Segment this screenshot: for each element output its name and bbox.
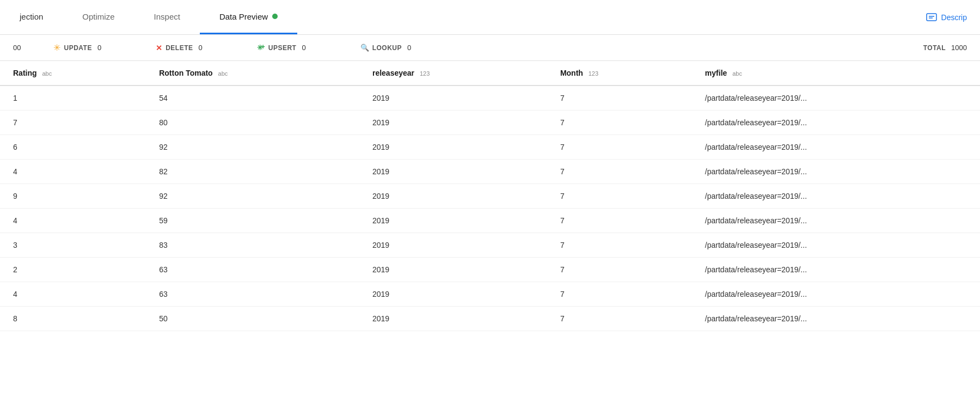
tab-inspect-label: Inspect	[154, 12, 180, 21]
stat-upsert: ✳+ UPSERT 0	[257, 43, 328, 53]
cell-rating: 2	[0, 258, 146, 282]
lookup-label: LOOKUP	[372, 44, 402, 52]
col-rotton-tomato-label: Rotton Tomato	[159, 69, 213, 77]
table-row: 99220197/partdata/releaseyear=2019/...	[0, 184, 980, 209]
upsert-icon: ✳+	[257, 43, 265, 53]
cell-month: 7	[547, 160, 692, 184]
upsert-value: 0	[302, 44, 305, 52]
tab-optimize-label: Optimize	[82, 12, 114, 21]
cell-rotton-tomato: 80	[146, 111, 359, 135]
cell-rotton-tomato: 59	[146, 209, 359, 233]
col-myfile-label: myfile	[705, 69, 727, 77]
cell-releaseyear: 2019	[359, 307, 547, 331]
col-rating-type: abc	[42, 70, 52, 77]
cell-releaseyear: 2019	[359, 86, 547, 111]
col-rating-label: Rating	[13, 69, 37, 77]
svg-rect-0	[927, 14, 936, 21]
chat-icon	[926, 13, 937, 22]
cell-releaseyear: 2019	[359, 233, 547, 258]
cell-myfile: /partdata/releaseyear=2019/...	[692, 184, 980, 209]
cell-myfile: /partdata/releaseyear=2019/...	[692, 233, 980, 258]
update-icon: ✳	[53, 42, 60, 53]
cell-month: 7	[547, 233, 692, 258]
update-label: UPDATE	[64, 44, 91, 52]
stat-update: ✳ UPDATE 0	[53, 42, 123, 53]
cell-releaseyear: 2019	[359, 209, 547, 233]
cell-releaseyear: 2019	[359, 282, 547, 307]
table-row: 38320197/partdata/releaseyear=2019/...	[0, 233, 980, 258]
cell-month: 7	[547, 258, 692, 282]
tab-projection-label: jection	[20, 12, 43, 21]
data-preview-dot	[272, 14, 278, 19]
col-rating: Rating abc	[0, 61, 146, 86]
cell-month: 7	[547, 184, 692, 209]
tab-projection[interactable]: jection	[0, 0, 63, 34]
cell-rotton-tomato: 92	[146, 135, 359, 160]
cell-releaseyear: 2019	[359, 135, 547, 160]
cell-myfile: /partdata/releaseyear=2019/...	[692, 209, 980, 233]
lookup-icon: 🔍	[360, 44, 369, 52]
tab-data-preview[interactable]: Data Preview	[200, 0, 297, 34]
upsert-label: UPSERT	[268, 44, 297, 52]
cell-myfile: /partdata/releaseyear=2019/...	[692, 307, 980, 331]
cell-rotton-tomato: 92	[146, 184, 359, 209]
col-month-type: 123	[589, 70, 598, 77]
count-prefix: 00	[13, 44, 42, 52]
cell-rating: 4	[0, 282, 146, 307]
top-nav: jection Optimize Inspect Data Preview De…	[0, 0, 980, 35]
tab-inspect[interactable]: Inspect	[134, 0, 200, 34]
cell-rotton-tomato: 54	[146, 86, 359, 111]
nav-right-section: Descrip	[926, 0, 980, 34]
count-value: 00	[13, 44, 21, 52]
table-row: 48220197/partdata/releaseyear=2019/...	[0, 160, 980, 184]
total-value: 1000	[951, 44, 967, 52]
table-row: 69220197/partdata/releaseyear=2019/...	[0, 135, 980, 160]
stat-lookup: 🔍 LOOKUP 0	[360, 44, 433, 52]
cell-rotton-tomato: 63	[146, 258, 359, 282]
cell-rotton-tomato: 83	[146, 233, 359, 258]
table-row: 85020197/partdata/releaseyear=2019/...	[0, 307, 980, 331]
cell-releaseyear: 2019	[359, 111, 547, 135]
description-link[interactable]: Descrip	[941, 13, 967, 22]
col-month-label: Month	[560, 69, 583, 77]
cell-rating: 8	[0, 307, 146, 331]
col-releaseyear-type: 123	[420, 70, 430, 77]
tab-optimize[interactable]: Optimize	[63, 0, 134, 34]
stat-total: TOTAL 1000	[923, 44, 967, 52]
update-value: 0	[97, 44, 101, 52]
data-table-container: Rating abc Rotton Tomato abc releaseyear…	[0, 61, 980, 331]
lookup-value: 0	[407, 44, 411, 52]
cell-releaseyear: 2019	[359, 184, 547, 209]
col-releaseyear: releaseyear 123	[359, 61, 547, 86]
cell-rating: 4	[0, 160, 146, 184]
stats-bar: 00 ✳ UPDATE 0 ✕ DELETE 0 ✳+ UPSERT 0 🔍 L…	[0, 35, 980, 61]
cell-myfile: /partdata/releaseyear=2019/...	[692, 135, 980, 160]
cell-myfile: /partdata/releaseyear=2019/...	[692, 258, 980, 282]
cell-rotton-tomato: 50	[146, 307, 359, 331]
tab-data-preview-label: Data Preview	[219, 12, 268, 21]
cell-month: 7	[547, 135, 692, 160]
table-row: 26320197/partdata/releaseyear=2019/...	[0, 258, 980, 282]
delete-value: 0	[199, 44, 203, 52]
table-row: 46320197/partdata/releaseyear=2019/...	[0, 282, 980, 307]
cell-rating: 3	[0, 233, 146, 258]
col-rotton-tomato: Rotton Tomato abc	[146, 61, 359, 86]
data-table: Rating abc Rotton Tomato abc releaseyear…	[0, 61, 980, 331]
table-header-row: Rating abc Rotton Tomato abc releaseyear…	[0, 61, 980, 86]
cell-releaseyear: 2019	[359, 258, 547, 282]
table-row: 78020197/partdata/releaseyear=2019/...	[0, 111, 980, 135]
col-month: Month 123	[547, 61, 692, 86]
cell-month: 7	[547, 111, 692, 135]
table-row: 15420197/partdata/releaseyear=2019/...	[0, 86, 980, 111]
cell-releaseyear: 2019	[359, 160, 547, 184]
cell-rotton-tomato: 63	[146, 282, 359, 307]
cell-month: 7	[547, 209, 692, 233]
cell-myfile: /partdata/releaseyear=2019/...	[692, 86, 980, 111]
stat-delete: ✕ DELETE 0	[156, 44, 224, 52]
col-rotton-tomato-type: abc	[218, 70, 228, 77]
cell-myfile: /partdata/releaseyear=2019/...	[692, 282, 980, 307]
table-row: 45920197/partdata/releaseyear=2019/...	[0, 209, 980, 233]
cell-rotton-tomato: 82	[146, 160, 359, 184]
col-releaseyear-label: releaseyear	[372, 69, 414, 77]
cell-rating: 6	[0, 135, 146, 160]
